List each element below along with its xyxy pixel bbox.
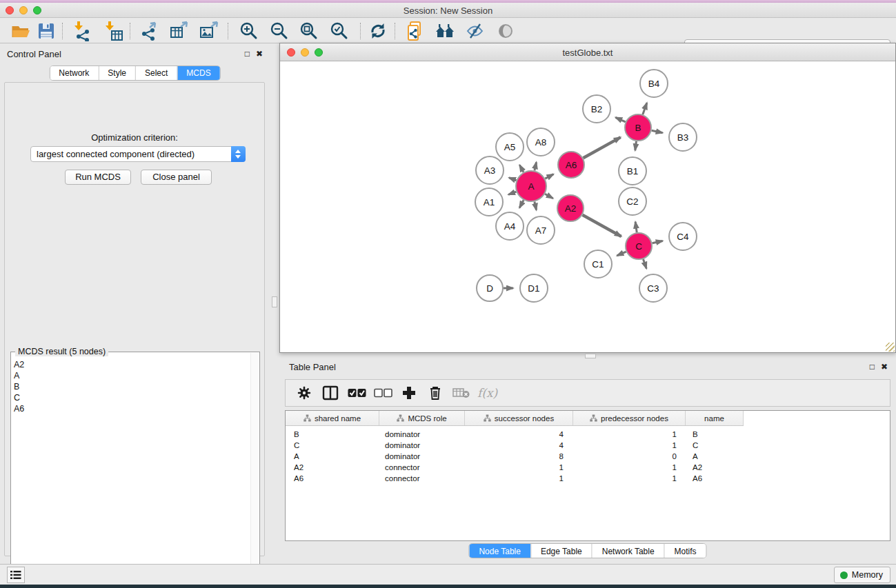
graph-edge-A2-C[interactable] xyxy=(582,215,621,236)
graph-edge-A-A3[interactable] xyxy=(509,178,517,181)
result-scrollbar[interactable] xyxy=(250,353,259,586)
home-view-button[interactable] xyxy=(433,21,457,41)
column-header-shared-name[interactable]: shared name xyxy=(286,411,379,425)
window-resize-handle[interactable] xyxy=(886,343,895,352)
run-mcds-button[interactable]: Run MCDS xyxy=(65,170,131,185)
table-row[interactable]: B dominator 4 1 B xyxy=(286,429,744,440)
tab-edge-table[interactable]: Edge Table xyxy=(530,544,592,558)
delete-column-button[interactable] xyxy=(422,382,448,404)
graph-edge-C-C4[interactable] xyxy=(653,241,663,243)
export-network-button[interactable] xyxy=(138,21,161,41)
show-selection-button[interactable] xyxy=(494,21,517,41)
float-table-panel-icon[interactable]: □ xyxy=(870,362,875,372)
close-table-panel-icon[interactable]: ✖ xyxy=(881,362,888,372)
tab-mcds[interactable]: MCDS xyxy=(177,66,219,80)
horizontal-split-handle[interactable] xyxy=(585,354,596,358)
network-window-titlebar[interactable]: testGlobe.txt xyxy=(280,43,895,61)
cell-successor-nodes: 8 xyxy=(465,451,573,462)
column-header-name[interactable]: name xyxy=(686,411,744,425)
graph-edge-A-A6[interactable] xyxy=(545,174,553,179)
close-panel-button[interactable]: Close panel xyxy=(141,170,212,185)
deselect-all-button[interactable] xyxy=(370,382,396,404)
result-item[interactable]: C xyxy=(14,392,250,403)
zoom-fit-icon xyxy=(299,21,319,41)
result-item[interactable]: B xyxy=(14,381,250,392)
network-canvas[interactable]: B4B2BB3A8A5A6A3B1AA1C2A2A4A7C4CC1C3DD1 xyxy=(280,61,895,352)
toolbar-separator xyxy=(228,23,228,39)
cell-name: A2 xyxy=(686,462,744,473)
table-toolbar: f(x) xyxy=(285,379,890,407)
table-row[interactable]: A dominator 8 0 A xyxy=(286,451,744,462)
close-panel-icon[interactable]: ✖ xyxy=(256,49,263,59)
zoom-fit-button[interactable] xyxy=(297,21,321,41)
export-image-button[interactable] xyxy=(197,21,221,41)
hide-selection-button[interactable] xyxy=(464,21,487,41)
graph-edge-C-C3[interactable] xyxy=(644,259,647,269)
graph-edge-C-C2[interactable] xyxy=(635,222,637,232)
zoom-out-button[interactable] xyxy=(268,21,291,41)
cell-mcds-role: connector xyxy=(379,462,465,473)
memory-label: Memory xyxy=(852,570,883,580)
memory-button[interactable]: Memory xyxy=(834,567,890,583)
zoom-selected-button[interactable] xyxy=(328,21,351,41)
graph-edge-A-A7[interactable] xyxy=(535,201,537,210)
graph-edge-C-C1[interactable] xyxy=(617,252,626,256)
graph-edge-A-A4[interactable] xyxy=(519,200,524,207)
zoom-in-button[interactable] xyxy=(237,21,261,41)
graph-edge-A-A5[interactable] xyxy=(519,165,524,172)
save-session-button[interactable] xyxy=(34,21,58,41)
export-table-button[interactable] xyxy=(168,21,191,41)
column-view-button[interactable] xyxy=(317,382,344,404)
vertical-split-handle[interactable] xyxy=(272,296,277,307)
graph-edge-B-B4[interactable] xyxy=(643,103,647,114)
two-columns-icon xyxy=(322,385,339,401)
graph-edge-B-B1[interactable] xyxy=(635,141,637,150)
refresh-button[interactable] xyxy=(366,21,390,41)
tab-node-table[interactable]: Node Table xyxy=(469,544,530,558)
tab-network[interactable]: Network xyxy=(50,66,98,80)
tab-network-table[interactable]: Network Table xyxy=(592,544,664,558)
graph-node-label-C: C xyxy=(635,241,642,252)
result-item[interactable]: A xyxy=(14,370,250,381)
add-column-button[interactable] xyxy=(396,382,422,404)
column-header-predecessor-nodes[interactable]: predecessor nodes xyxy=(573,411,686,425)
column-header-successor-nodes[interactable]: successor nodes xyxy=(465,411,573,425)
network-window-title: testGlobe.txt xyxy=(280,48,895,58)
float-panel-icon[interactable]: □ xyxy=(245,49,250,59)
cell-successor-nodes: 1 xyxy=(465,473,573,484)
graph-edge-B-B2[interactable] xyxy=(615,117,625,121)
import-table-button[interactable] xyxy=(102,21,126,41)
graph-edge-B-B3[interactable] xyxy=(652,130,663,132)
zoom-in-icon xyxy=(239,21,259,41)
network-document-button[interactable] xyxy=(404,21,427,41)
export-table-icon xyxy=(170,21,189,41)
tab-style[interactable]: Style xyxy=(98,66,135,80)
cell-mcds-role: dominator xyxy=(379,429,465,440)
cell-shared-name: A6 xyxy=(286,473,379,484)
tab-motifs[interactable]: Motifs xyxy=(664,544,706,558)
table-row[interactable]: A6 connector 1 1 A6 xyxy=(286,473,744,484)
cell-name: A6 xyxy=(686,473,744,484)
cell-name: A xyxy=(686,451,744,462)
optimization-criterion-dropdown[interactable]: largest connected component (directed) xyxy=(30,146,246,162)
table-row[interactable]: C dominator 4 1 C xyxy=(286,440,744,451)
function-builder-button[interactable]: f(x) xyxy=(477,386,497,400)
column-header-mcds-role[interactable]: MCDS role xyxy=(379,411,465,425)
open-session-button[interactable] xyxy=(9,21,32,41)
graph-edge-A-A2[interactable] xyxy=(545,194,553,199)
tab-select[interactable]: Select xyxy=(135,66,177,80)
table-header-row: shared name MCDS role successor nodes pr… xyxy=(286,411,744,426)
graph-edge-A6-B[interactable] xyxy=(583,137,620,158)
graph-edge-A-A1[interactable] xyxy=(508,192,516,194)
import-network-button[interactable] xyxy=(71,21,94,41)
graph-edge-A-A8[interactable] xyxy=(535,162,537,170)
table-settings-button[interactable] xyxy=(291,382,317,404)
result-item[interactable]: A2 xyxy=(14,359,250,370)
delete-table-button[interactable] xyxy=(448,382,475,404)
network-graph: B4B2BB3A8A5A6A3B1AA1C2A2A4A7C4CC1C3DD1 xyxy=(280,61,895,352)
toolbar-separator xyxy=(62,23,63,39)
task-history-button[interactable] xyxy=(7,567,25,583)
table-row[interactable]: A2 connector 1 1 A2 xyxy=(286,462,744,473)
select-all-button[interactable] xyxy=(344,382,370,404)
result-item[interactable]: A6 xyxy=(14,403,250,414)
